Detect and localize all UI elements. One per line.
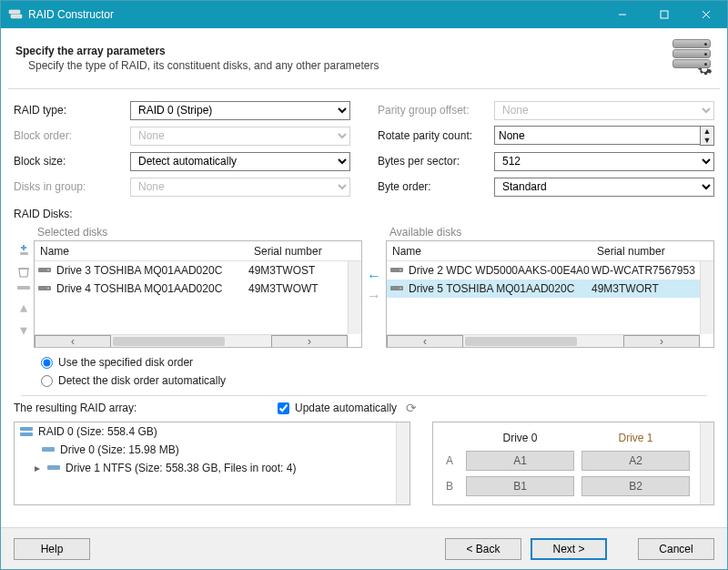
svg-point-11 (47, 288, 49, 290)
update-auto-checkbox[interactable]: Update automatically (278, 402, 397, 414)
remove-disk-icon[interactable] (16, 264, 31, 279)
vertical-scrollbar[interactable] (700, 422, 713, 504)
hdd-icon (390, 284, 405, 293)
tree-root[interactable]: RAID 0 (Size: 558.4 GB) (15, 422, 410, 441)
maximize-button[interactable] (643, 1, 685, 28)
svg-rect-19 (47, 465, 60, 470)
col-serial[interactable]: Serial number (248, 245, 361, 258)
svg-rect-1 (11, 15, 22, 18)
page-title: Specify the array parameters (15, 45, 671, 57)
col-serial[interactable]: Serial number (592, 245, 713, 258)
result-label: The resulting RAID array: (14, 402, 278, 414)
divider (21, 395, 707, 396)
horizontal-scrollbar[interactable]: ‹› (387, 334, 700, 347)
svg-rect-0 (9, 10, 20, 14)
selected-disk-row[interactable]: Drive 3 TOSHIBA MQ01AAD020C 49M3TWOST (35, 261, 361, 280)
disks-in-group-label: Disks in group: (14, 180, 130, 193)
svg-rect-7 (17, 286, 30, 290)
drive-map-cell[interactable]: B2 (581, 476, 690, 496)
svg-rect-17 (20, 433, 33, 436)
app-icon (8, 7, 23, 22)
page-header: Specify the array parameters Specify the… (1, 28, 727, 88)
svg-rect-16 (20, 427, 33, 431)
raid-type-label: RAID type: (14, 104, 130, 117)
disk-placeholder-icon[interactable] (16, 284, 31, 293)
drive-map-cell[interactable]: B1 (466, 476, 574, 496)
svg-rect-3 (661, 11, 668, 18)
move-left-icon[interactable]: ← (367, 268, 381, 284)
result-section: The resulting RAID array: Update automat… (14, 398, 714, 505)
add-disk-icon[interactable] (16, 244, 31, 259)
back-button[interactable]: < Back (445, 538, 521, 560)
disks-in-group-select: None (130, 178, 350, 197)
page-subtitle: Specify the type of RAID, its constituen… (15, 59, 671, 72)
byte-order-label: Byte order: (378, 180, 494, 193)
drive-map-row-label: A (437, 454, 462, 467)
drive-map-col1: Drive 1 (578, 428, 693, 448)
selected-disks-toolbar: ▴ ▾ (14, 224, 34, 339)
rotate-parity-stepper[interactable]: ▲▼ (700, 126, 714, 146)
selected-disks-grid[interactable]: Name Serial number Drive 3 TOSHIBA MQ01A… (34, 240, 362, 348)
svg-point-15 (399, 288, 401, 290)
move-up-icon[interactable]: ▴ (20, 299, 27, 316)
disk-order-radios: Use the specified disk order Detect the … (41, 353, 714, 390)
bytes-per-sector-select[interactable]: 512 (494, 152, 714, 171)
tree-item[interactable]: ▸ Drive 1 NTFS (Size: 558.38 GB, Files i… (15, 459, 410, 477)
raid-disks-section: RAID Disks: ▴ ▾ Selected disks Name Seri… (14, 208, 714, 395)
result-tree[interactable]: RAID 0 (Size: 558.4 GB) Drive 0 (Size: 1… (14, 422, 410, 505)
horizontal-scrollbar[interactable]: ‹› (35, 334, 348, 347)
available-disk-row[interactable]: Drive 2 WDC WD5000AAKS-00E4A0 WD-WCATR75… (387, 261, 713, 280)
drive-map-col0: Drive 0 (462, 428, 578, 448)
hdd-icon (38, 284, 53, 293)
svg-rect-18 (42, 447, 55, 452)
byte-order-select[interactable]: Standard (494, 178, 714, 197)
minimize-button[interactable] (602, 1, 643, 28)
close-button[interactable] (685, 1, 727, 28)
rotate-parity-input[interactable] (494, 126, 700, 145)
available-disk-row[interactable]: Drive 5 TOSHIBA MQ01AAD020C 49M3TWORT (387, 280, 713, 298)
next-button[interactable]: Next > (531, 538, 607, 560)
svg-point-13 (399, 270, 401, 271)
cancel-button[interactable]: Cancel (638, 538, 714, 560)
volume-icon (42, 445, 56, 454)
help-button[interactable]: Help (14, 538, 90, 560)
radio-auto-order[interactable]: Detect the disk order automatically (41, 372, 714, 390)
expand-icon[interactable]: ▸ (35, 462, 44, 474)
drive-map: Drive 0 Drive 1 A A1 A2 B B1 B2 (432, 422, 714, 505)
raid-type-select[interactable]: RAID 0 (Stripe) (130, 101, 350, 120)
move-right-icon[interactable]: → (367, 288, 381, 304)
col-name[interactable]: Name (387, 245, 592, 258)
drive-map-cell[interactable]: A2 (581, 451, 690, 471)
parameters-section: RAID type: RAID 0 (Stripe) Block order: … (14, 98, 714, 200)
header-raid-icon (671, 37, 713, 79)
block-size-label: Block size: (14, 155, 130, 168)
svg-point-9 (47, 270, 49, 271)
available-disks-title: Available disks (386, 224, 714, 240)
col-name[interactable]: Name (35, 245, 248, 258)
parity-offset-label: Parity group offset: (378, 104, 494, 117)
selected-disks-title: Selected disks (34, 224, 362, 240)
vertical-scrollbar[interactable] (700, 261, 713, 334)
drive-map-row-label: B (437, 480, 462, 493)
block-size-select[interactable]: Detect automatically (130, 152, 350, 171)
volume-icon (47, 463, 62, 473)
radio-specified-order[interactable]: Use the specified disk order (41, 353, 714, 372)
vertical-scrollbar[interactable] (396, 422, 410, 504)
tree-item[interactable]: Drive 0 (Size: 15.98 MB) (15, 441, 410, 459)
block-order-label: Block order: (14, 129, 130, 142)
drive-map-cell[interactable]: A1 (466, 451, 574, 471)
selected-disk-row[interactable]: Drive 4 TOSHIBA MQ01AAD020C 49M3TWOWT (35, 280, 361, 298)
vertical-scrollbar[interactable] (348, 261, 361, 334)
move-down-icon[interactable]: ▾ (20, 321, 27, 339)
refresh-icon[interactable]: ⟳ (406, 401, 417, 415)
hdd-icon (38, 266, 53, 275)
titlebar: RAID Constructor (1, 1, 727, 28)
raid-constructor-window: RAID Constructor Specify the array param… (0, 0, 728, 570)
move-arrows: ← → (362, 224, 386, 304)
available-disks-grid[interactable]: Name Serial number Drive 2 WDC WD5000AAK… (386, 240, 714, 348)
window-title: RAID Constructor (28, 8, 602, 21)
raid-disks-label: RAID Disks: (14, 208, 714, 220)
bytes-per-sector-label: Bytes per sector: (378, 155, 494, 168)
wizard-footer: Help < Back Next > Cancel (1, 527, 727, 569)
rotate-parity-label: Rotate parity count: (378, 129, 494, 142)
